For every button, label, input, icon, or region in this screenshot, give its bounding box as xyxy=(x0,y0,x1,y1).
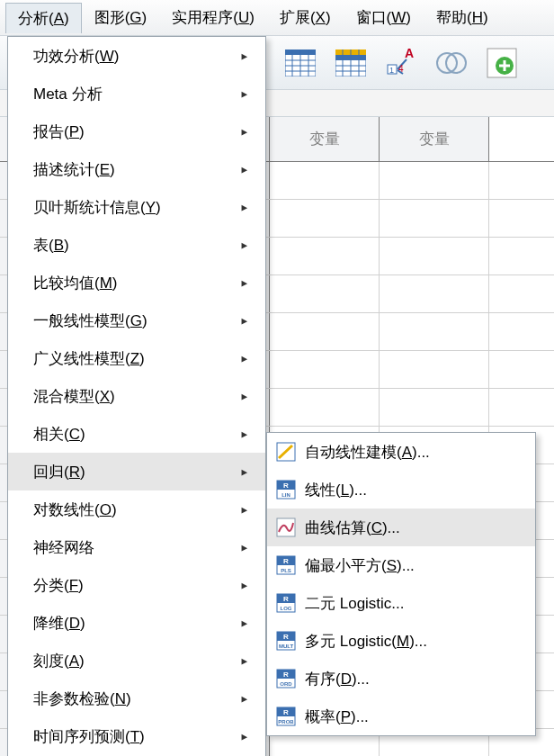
menu-实用程序[interactable]: 实用程序(U) xyxy=(159,2,267,33)
header-cell[interactable]: 变量 xyxy=(380,117,489,161)
submenu-item-label: 曲线估算(C)... xyxy=(305,518,400,538)
chevron-right-icon: ▶ xyxy=(241,731,247,742)
svg-text:ORD: ORD xyxy=(280,681,292,687)
menu-item-降维[interactable]: 降维(D)▶ xyxy=(8,604,265,642)
svg-text:R: R xyxy=(283,557,289,565)
menu-扩展[interactable]: 扩展(X) xyxy=(267,2,344,33)
grid-highlight-icon[interactable] xyxy=(335,47,367,79)
menu-item-刻度[interactable]: 刻度(A)▶ xyxy=(8,642,265,680)
cell[interactable] xyxy=(270,238,380,274)
menu-item-label: 功效分析(W) xyxy=(33,46,119,67)
menu-item-label: 混合模型(X) xyxy=(33,386,115,407)
submenu-item-label: 多元 Logistic(M)... xyxy=(305,631,427,652)
cell[interactable] xyxy=(270,275,380,312)
menu-item-报告[interactable]: 报告(P)▶ xyxy=(8,112,265,150)
submenu-item-曲线估算[interactable]: 曲线估算(C)... xyxy=(267,508,535,546)
svg-text:1: 1 xyxy=(389,66,394,75)
menu-item-Meta 分析[interactable]: Meta 分析▶ xyxy=(8,75,265,112)
menu-item-label: 降维(D) xyxy=(33,613,85,634)
chevron-right-icon: ▶ xyxy=(241,693,247,705)
chevron-right-icon: ▶ xyxy=(241,239,247,251)
svg-text:LOG: LOG xyxy=(281,606,292,611)
menu-item-描述统计[interactable]: 描述统计(E)▶ xyxy=(8,150,265,188)
auto-linear-icon xyxy=(276,442,296,462)
grid-icon[interactable] xyxy=(284,47,317,79)
menu-item-比较均值[interactable]: 比较均值(M)▶ xyxy=(8,264,265,302)
svg-text:4: 4 xyxy=(398,64,404,74)
chevron-right-icon: ▶ xyxy=(241,466,247,478)
menu-item-分类[interactable]: 分类(F)▶ xyxy=(8,566,265,604)
r-pls-icon: RPLS xyxy=(276,555,296,575)
submenu-item-自动线性建模[interactable]: 自动线性建模(A)... xyxy=(267,433,535,471)
cell[interactable] xyxy=(270,162,380,199)
cell[interactable] xyxy=(380,238,489,274)
cell[interactable] xyxy=(380,162,489,199)
cell[interactable] xyxy=(270,389,380,426)
svg-text:R: R xyxy=(283,595,289,603)
chevron-right-icon: ▶ xyxy=(241,428,247,440)
analyze-menu: 功效分析(W)▶Meta 分析▶报告(P)▶描述统计(E)▶贝叶斯统计信息(Y)… xyxy=(7,36,266,756)
menu-item-回归[interactable]: 回归(R)▶ xyxy=(8,453,265,490)
cell[interactable] xyxy=(380,313,489,350)
svg-text:R: R xyxy=(283,670,289,679)
r-prob-icon: RPROB xyxy=(276,706,296,726)
chevron-right-icon: ▶ xyxy=(241,126,247,138)
header-cell[interactable]: 变量 xyxy=(270,117,380,161)
r-log-icon: RLOG xyxy=(276,593,296,613)
menu-item-label: 时间序列预测(T) xyxy=(33,726,145,747)
menu-item-label: 相关(C) xyxy=(33,424,85,445)
menu-item-广义线性模型[interactable]: 广义线性模型(Z)▶ xyxy=(8,339,265,377)
cell[interactable] xyxy=(380,275,489,312)
submenu-item-线性[interactable]: RLIN线性(L)... xyxy=(267,471,535,508)
svg-text:R: R xyxy=(283,708,289,716)
menu-item-label: 回归(R) xyxy=(33,462,85,482)
cell[interactable] xyxy=(270,313,380,350)
menu-item-神经网络[interactable]: 神经网络▶ xyxy=(8,528,265,566)
svg-text:R: R xyxy=(283,482,289,490)
cell[interactable] xyxy=(380,389,489,426)
chevron-right-icon: ▶ xyxy=(241,164,247,176)
svg-text:MULT: MULT xyxy=(279,644,294,649)
menu-item-对数线性[interactable]: 对数线性(O)▶ xyxy=(8,490,265,528)
venn-icon[interactable] xyxy=(435,47,468,79)
menu-帮助[interactable]: 帮助(H) xyxy=(424,2,501,33)
cell[interactable] xyxy=(380,351,489,388)
submenu-item-概率[interactable]: RPROB概率(P)... xyxy=(267,698,535,735)
curve-icon xyxy=(276,518,296,537)
menu-item-贝叶斯统计信息[interactable]: 贝叶斯统计信息(Y)▶ xyxy=(8,188,265,226)
add-icon[interactable] xyxy=(486,47,518,79)
submenu-item-有序[interactable]: RORD有序(D)... xyxy=(267,660,535,698)
menu-item-label: 比较均值(M) xyxy=(33,273,118,293)
menu-item-相关[interactable]: 相关(C)▶ xyxy=(8,415,265,453)
chevron-right-icon: ▶ xyxy=(241,580,247,591)
cell[interactable] xyxy=(270,351,380,388)
menu-item-表[interactable]: 表(B)▶ xyxy=(8,226,265,264)
cell[interactable] xyxy=(380,200,489,237)
chevron-right-icon: ▶ xyxy=(241,655,247,667)
menu-窗口[interactable]: 窗口(W) xyxy=(344,2,424,33)
submenu-item-二元 Logistic[interactable]: RLOG二元 Logistic... xyxy=(267,584,535,622)
chevron-right-icon: ▶ xyxy=(241,391,247,402)
svg-text:LIN: LIN xyxy=(281,492,290,498)
chevron-right-icon: ▶ xyxy=(241,353,247,364)
menu-图形[interactable]: 图形(G) xyxy=(82,2,160,33)
label-a-icon[interactable]: A14 xyxy=(385,47,417,79)
chevron-right-icon: ▶ xyxy=(241,504,247,516)
menu-item-功效分析[interactable]: 功效分析(W)▶ xyxy=(8,37,265,75)
submenu-item-偏最小平方[interactable]: RPLS偏最小平方(S)... xyxy=(267,546,535,584)
menu-item-label: 神经网络 xyxy=(33,537,94,558)
svg-text:PLS: PLS xyxy=(281,568,291,573)
chevron-right-icon: ▶ xyxy=(241,277,247,289)
cell[interactable] xyxy=(270,200,380,237)
menubar: 分析(A)图形(G)实用程序(U)扩展(X)窗口(W)帮助(H) xyxy=(0,0,554,36)
menu-item-非参数检验[interactable]: 非参数检验(N)▶ xyxy=(8,680,265,717)
menu-item-时间序列预测[interactable]: 时间序列预测(T)▶ xyxy=(8,717,265,755)
menu-item-混合模型[interactable]: 混合模型(X)▶ xyxy=(8,377,265,415)
menu-item-一般线性模型[interactable]: 一般线性模型(G)▶ xyxy=(8,302,265,339)
regression-submenu: 自动线性建模(A)...RLIN线性(L)...曲线估算(C)...RPLS偏最… xyxy=(266,432,536,736)
submenu-item-多元 Logistic[interactable]: RMULT多元 Logistic(M)... xyxy=(267,622,535,660)
svg-text:R: R xyxy=(283,633,289,641)
menu-分析[interactable]: 分析(A) xyxy=(5,3,82,33)
svg-text:A: A xyxy=(405,47,414,60)
chevron-right-icon: ▶ xyxy=(241,202,247,213)
